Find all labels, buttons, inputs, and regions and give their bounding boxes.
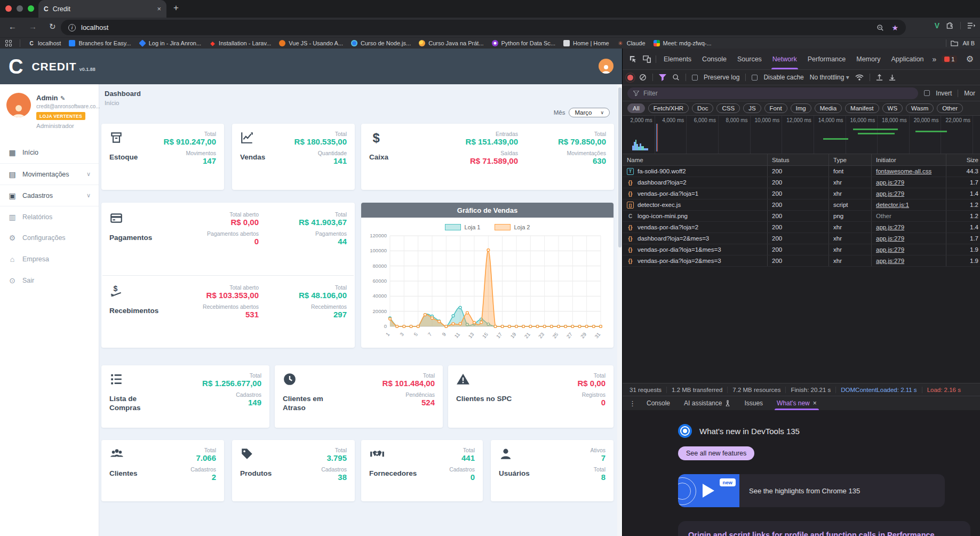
bookmark-item[interactable]: Log in - Jira Anron...: [139, 40, 201, 46]
preserve-log-checkbox[interactable]: [692, 75, 698, 81]
sidebar-nav-item[interactable]: Empresa ∨: [0, 249, 99, 270]
feature-link[interactable]: Origin and script links for profile and …: [688, 531, 935, 536]
record-network-log-icon[interactable]: [627, 75, 633, 81]
browser-tab[interactable]: C Credit ×: [38, 0, 166, 18]
inspect-element-icon[interactable]: [626, 52, 640, 66]
bookmark-star-icon[interactable]: ★: [891, 23, 898, 32]
header-avatar[interactable]: [599, 59, 614, 74]
devtools-tab[interactable]: Network: [767, 49, 802, 69]
devtools-tab[interactable]: Application: [886, 49, 929, 69]
request-initiator[interactable]: app.js:279: [876, 179, 904, 186]
network-table-row[interactable]: detector-exec.js 200 script detector.js:…: [623, 199, 980, 211]
tab-close-icon[interactable]: ×: [157, 5, 161, 13]
site-info-icon[interactable]: i: [68, 24, 76, 31]
invert-filter-checkbox[interactable]: [924, 90, 930, 96]
network-filter-pill[interactable]: CSS: [716, 103, 740, 113]
side-panel-icon[interactable]: [967, 22, 976, 29]
network-table-row[interactable]: dashboard?loja=2&mes=3 200 xhr app.js:27…: [623, 233, 980, 244]
drawer-tab-whats-new[interactable]: What's new ×: [770, 396, 823, 410]
bookmark-item[interactable]: Branches for Easy...: [69, 40, 131, 46]
devtools-settings-icon[interactable]: ⚙: [963, 52, 977, 66]
new-tab-button[interactable]: +: [173, 3, 179, 13]
sidebar-nav-item[interactable]: Sair ∨: [0, 270, 99, 291]
column-name[interactable]: Name: [623, 154, 768, 165]
sidebar-nav-item[interactable]: Relatórios ∨: [0, 206, 99, 227]
network-filter-input[interactable]: Filter: [627, 87, 918, 99]
edit-profile-icon[interactable]: ✎: [60, 95, 65, 101]
request-initiator[interactable]: app.js:279: [876, 224, 904, 230]
sidebar-nav-item[interactable]: Configurações ∨: [0, 227, 99, 249]
request-initiator[interactable]: app.js:279: [876, 190, 904, 197]
maximize-window-button[interactable]: [28, 5, 34, 12]
drawer-tab-console[interactable]: Console: [640, 396, 676, 410]
drawer-menu-icon[interactable]: ⋮: [626, 399, 639, 407]
user-avatar[interactable]: [6, 93, 31, 117]
issues-badge[interactable]: 1: [942, 55, 957, 63]
column-size[interactable]: Size: [946, 154, 980, 165]
month-select[interactable]: Março ∨: [569, 108, 610, 117]
drawer-tab-ai-assistance[interactable]: AI assistance: [678, 396, 737, 410]
see-all-features-button[interactable]: See all new features: [678, 446, 754, 460]
network-table-row[interactable]: vendas-por-dia?loja=2&mes=3 200 xhr app.…: [623, 255, 980, 267]
forward-button[interactable]: →: [29, 22, 37, 31]
request-initiator[interactable]: app.js:279: [876, 258, 904, 264]
bookmark-item[interactable]: Vue JS - Usando A...: [279, 40, 343, 46]
request-initiator[interactable]: app.js:279: [876, 235, 904, 242]
network-overview-timeline[interactable]: 2,000 ms4,000 ms6,000 ms8,000 ms10,000 m…: [623, 116, 980, 154]
network-table-row[interactable]: dashboard?loja=2 200 xhr app.js:279 1.7: [623, 177, 980, 188]
devtools-tab[interactable]: Memory: [851, 49, 886, 69]
device-toolbar-icon[interactable]: [640, 52, 654, 66]
disable-cache-checkbox[interactable]: [752, 75, 758, 81]
network-table-row[interactable]: vendas-por-dia?loja=1&mes=3 200 xhr app.…: [623, 244, 980, 255]
network-filter-pill[interactable]: Img: [791, 103, 811, 113]
clear-network-log-icon[interactable]: [639, 74, 647, 81]
extensions-icon[interactable]: [946, 22, 954, 30]
bookmark-item[interactable]: Curso Java na Prát...: [419, 40, 483, 46]
legend-loja2[interactable]: Loja 2: [495, 224, 530, 230]
request-initiator[interactable]: app.js:279: [876, 246, 904, 253]
devtools-tab[interactable]: Elements: [658, 49, 697, 69]
devtools-tab[interactable]: Sources: [732, 49, 767, 69]
vue-devtools-icon[interactable]: V: [935, 21, 939, 30]
all-bookmarks[interactable]: All B: [946, 39, 975, 47]
reload-button[interactable]: ↻: [49, 22, 56, 31]
sidebar-nav-item[interactable]: Início ∨: [0, 142, 99, 163]
network-filter-pill[interactable]: Manifest: [845, 103, 879, 113]
export-har-icon[interactable]: [889, 74, 896, 81]
network-conditions-icon[interactable]: [855, 74, 864, 81]
more-filters-label[interactable]: Mor: [964, 90, 975, 97]
request-initiator[interactable]: Other: [876, 213, 891, 219]
window-controls[interactable]: [5, 5, 34, 12]
request-initiator[interactable]: detector.js:1: [876, 202, 909, 208]
request-initiator[interactable]: fontawesome-all.css: [876, 168, 931, 174]
devtools-tab[interactable]: Console: [697, 49, 732, 69]
search-icon[interactable]: [672, 74, 680, 81]
filter-icon[interactable]: [659, 74, 666, 81]
bookmark-item[interactable]: localhost: [28, 40, 61, 46]
network-filter-pill[interactable]: Doc: [692, 103, 713, 113]
minimize-window-button[interactable]: [17, 5, 23, 12]
network-filter-pill[interactable]: Media: [815, 103, 842, 113]
close-window-button[interactable]: [5, 5, 12, 12]
import-har-icon[interactable]: [876, 74, 883, 81]
sidebar-nav-item[interactable]: Cadastros ∨: [0, 185, 99, 206]
video-thumbnail[interactable]: new: [678, 474, 739, 507]
more-tabs-icon[interactable]: »: [929, 55, 940, 63]
highlights-video-card[interactable]: new See the highlights from Chrome 135: [678, 474, 945, 507]
network-filter-pill[interactable]: Wasm: [906, 103, 934, 113]
network-table-row[interactable]: vendas-por-dia?loja=2 200 xhr app.js:279…: [623, 222, 980, 233]
bookmark-item[interactable]: Python for Data Sc...: [492, 40, 556, 46]
devtools-tab[interactable]: Performance: [802, 49, 851, 69]
network-filter-pill[interactable]: WS: [882, 103, 903, 113]
apps-icon[interactable]: [5, 40, 12, 46]
column-type[interactable]: Type: [829, 154, 872, 165]
bookmark-item[interactable]: Curso de Node.js...: [351, 40, 411, 46]
page-scrollbar[interactable]: [617, 84, 622, 536]
back-button[interactable]: ←: [9, 22, 17, 31]
close-icon[interactable]: ×: [813, 399, 817, 407]
legend-loja1[interactable]: Loja 1: [445, 224, 481, 230]
sidebar-nav-item[interactable]: Movimentações ∨: [0, 163, 99, 185]
throttling-select[interactable]: No throttling ▾: [810, 74, 849, 81]
drawer-tab-issues[interactable]: Issues: [738, 396, 769, 410]
network-table-row[interactable]: logo-icon-mini.png 200 png Other 1.2: [623, 211, 980, 222]
